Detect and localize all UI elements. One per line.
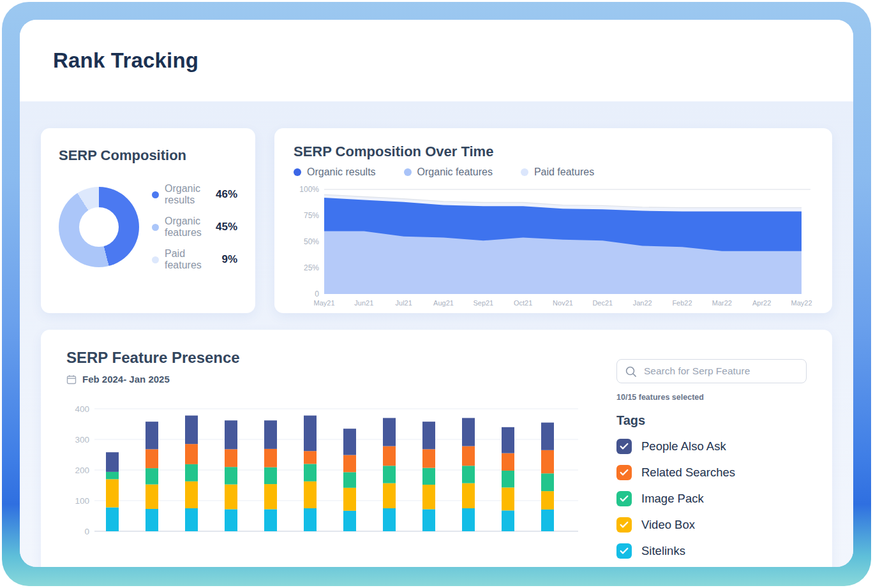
legend-row-paid-features: Paid features 9% [152,248,237,271]
legend-value: 46% [216,188,237,201]
svg-text:Aug21: Aug21 [433,299,454,307]
legend-label: Paid features [165,248,221,271]
page-title: Rank Tracking [53,48,198,73]
serp-over-time-title: SERP Composition Over Time [294,143,813,160]
svg-text:100%: 100% [299,185,319,194]
checkbox-checked-icon[interactable] [616,491,632,506]
legend-label: Organic results [307,166,376,178]
feature-presence-title: SERP Feature Presence [66,349,599,367]
feature-presence-chart-section: SERP Feature Presence Feb 2024- Jan 2025… [66,349,599,567]
svg-text:100: 100 [75,496,89,506]
tag-label: Video Box [641,518,695,532]
svg-text:25%: 25% [304,263,319,272]
legend-item-organic-results[interactable]: Organic results [294,166,376,178]
svg-text:200: 200 [75,466,89,475]
legend-item-paid-features[interactable]: Paid features [521,166,594,178]
checkbox-checked-icon[interactable] [616,439,632,454]
legend-label: Organic results [165,183,216,206]
serp-feature-search[interactable] [616,359,807,383]
checkbox-checked-icon[interactable] [616,465,632,480]
calendar-icon [66,374,77,385]
stacked-area-chart: 025%50%75%100%May21Jun21Jul21Aug21Sep21O… [294,184,813,309]
svg-text:Feb22: Feb22 [672,299,692,307]
legend-row-organic-results: Organic results 46% [152,183,237,206]
serp-composition-legend: Organic results 46% Organic features 45%… [152,183,237,271]
tag-row-related-searches[interactable]: Related Searches [616,465,807,480]
date-range-row[interactable]: Feb 2024- Jan 2025 [66,374,599,385]
tag-row-image-pack[interactable]: Image Pack [616,491,807,506]
svg-text:Nov21: Nov21 [553,299,573,307]
tag-label: People Also Ask [641,439,726,453]
legend-dot [152,191,159,198]
legend-value: 45% [216,221,237,233]
rank-tracking-page: Rank Tracking SERP Composition Organic r… [20,20,853,567]
legend-dot [404,168,412,176]
checkbox-checked-icon[interactable] [616,543,632,559]
legend-dot [294,168,301,176]
page-content: SERP Composition Organic results 46% Org… [20,101,853,567]
svg-text:Dec21: Dec21 [592,299,613,307]
tag-label: Related Searches [641,466,735,480]
serp-composition-card: SERP Composition Organic results 46% Org… [41,128,255,313]
stacked-bar-chart: 0100200300400 [66,406,590,543]
feature-filter-panel: 10/15 features selected Tags People Also… [616,349,807,567]
serp-composition-title: SERP Composition [59,147,237,164]
serp-feature-presence-card: SERP Feature Presence Feb 2024- Jan 2025… [41,330,832,567]
svg-text:75%: 75% [304,211,319,220]
features-selected-count: 10/15 features selected [616,393,807,402]
checkbox-checked-icon[interactable] [616,517,632,533]
svg-text:Jul21: Jul21 [396,299,412,307]
svg-text:0: 0 [84,527,89,536]
tags-heading: Tags [616,413,807,428]
svg-text:Oct21: Oct21 [514,299,532,307]
svg-text:May21: May21 [313,299,334,307]
legend-dot [152,224,159,231]
serp-over-time-legend: Organic results Organic features Paid fe… [294,166,813,178]
legend-item-organic-features[interactable]: Organic features [404,166,493,178]
svg-text:400: 400 [75,406,89,414]
tag-row-sitelinks[interactable]: Sitelinks [616,543,807,559]
tag-label: Sitelinks [641,544,685,558]
tag-row-video-box[interactable]: Video Box [616,517,807,533]
svg-text:Jan22: Jan22 [633,299,652,307]
tag-list: People Also AskRelated SearchesImage Pac… [616,439,807,559]
svg-text:0: 0 [315,290,319,298]
svg-text:300: 300 [75,435,89,445]
svg-text:May22: May22 [791,299,812,307]
legend-row-organic-features: Organic features 45% [152,216,237,239]
svg-text:Apr22: Apr22 [752,299,771,307]
svg-text:50%: 50% [304,237,319,246]
date-range-text: Feb 2024- Jan 2025 [82,374,170,385]
tag-label: Image Pack [641,492,704,506]
tag-row-people-also-ask[interactable]: People Also Ask [616,439,807,454]
serp-over-time-card: SERP Composition Over Time Organic resul… [274,128,832,313]
legend-label: Organic features [417,166,493,178]
legend-dot [152,256,159,263]
search-input[interactable] [644,365,798,377]
serp-composition-donut-chart [59,187,139,267]
legend-value: 9% [221,253,237,266]
svg-text:Mar22: Mar22 [712,299,732,307]
page-header: Rank Tracking [20,20,853,101]
svg-text:Jun21: Jun21 [354,299,373,307]
legend-label: Organic features [165,216,216,239]
search-icon [625,365,637,378]
legend-label: Paid features [534,166,594,178]
legend-dot [521,168,528,176]
svg-text:Sep21: Sep21 [473,299,493,307]
